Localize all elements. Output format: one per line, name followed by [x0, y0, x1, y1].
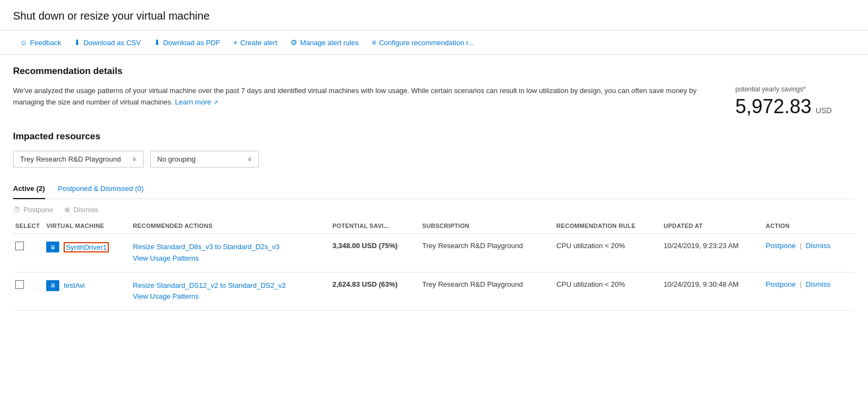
- row2-updated-cell: 10/24/2019, 9:30:48 AM: [664, 272, 766, 311]
- savings-currency: USD: [816, 106, 832, 115]
- create-alert-label: Create alert: [240, 39, 277, 47]
- row1-select: [13, 234, 46, 273]
- external-link-icon: ↗: [213, 99, 218, 106]
- row2-select: [13, 272, 46, 311]
- subscription-filter-chevron: ∨: [132, 156, 137, 163]
- tab-active[interactable]: Active (2): [13, 179, 45, 199]
- row2-resize-link[interactable]: Resize Standard_DS12_v2 to Standard_DS2_…: [133, 280, 326, 292]
- table-row: 🖥 SynthDriver1 Resize Standard_D8s_v3 to…: [13, 234, 855, 273]
- row2-dismiss-link[interactable]: Dismiss: [806, 280, 831, 288]
- grouping-filter[interactable]: No grouping ∨: [150, 151, 259, 168]
- row1-rule-cell: CPU utilization < 20%: [556, 234, 664, 273]
- manage-alert-icon: ⚙: [290, 38, 297, 47]
- download-csv-icon: ⬇: [74, 38, 80, 47]
- recommendation-description: We've analyzed the usage patterns of you…: [13, 85, 714, 108]
- row2-vm-icon: 🖥: [46, 280, 59, 291]
- impacted-title: Impacted resources: [13, 131, 855, 142]
- download-csv-label: Download as CSV: [83, 39, 141, 47]
- savings-amount: 5,972.83: [735, 95, 811, 118]
- col-header-subscription: SUBSCRIPTION: [422, 218, 556, 234]
- toolbar: ☺ Feedback ⬇ Download as CSV ⬇ Download …: [0, 30, 868, 55]
- row1-vm-name[interactable]: SynthDriver1: [64, 242, 109, 252]
- table-row: 🖥 testAvi Resize Standard_DS12_v2 to Sta…: [13, 272, 855, 311]
- description-text: We've analyzed the usage patterns of you…: [13, 87, 697, 106]
- tab-active-label: Active (2): [13, 184, 45, 193]
- row1-action-cell: Postpone | Dismiss: [766, 234, 855, 273]
- toolbar-create-alert[interactable]: + Create alert: [227, 35, 284, 50]
- configure-label: Configure recommendation r...: [379, 39, 474, 47]
- row2-vm-name[interactable]: testAvi: [64, 281, 85, 289]
- row2-action-cell: Postpone | Dismiss: [766, 272, 855, 311]
- col-header-updated: UPDATED AT: [664, 218, 766, 234]
- recommendation-body: We've analyzed the usage patterns of you…: [13, 85, 855, 118]
- download-pdf-label: Download as PDF: [163, 39, 220, 47]
- toolbar-download-csv[interactable]: ⬇ Download as CSV: [67, 35, 147, 50]
- manage-alert-label: Manage alert rules: [300, 39, 359, 47]
- row1-usage-link[interactable]: View Usage Patterns: [133, 253, 326, 264]
- row2-vm-cell: 🖥 testAvi: [46, 272, 133, 311]
- row2-vm-info: 🖥 testAvi: [46, 280, 126, 291]
- filters: Trey Research R&D Playground ∨ No groupi…: [13, 151, 855, 168]
- row2-checkbox[interactable]: [15, 280, 24, 289]
- grouping-filter-value: No grouping: [157, 155, 196, 163]
- col-header-actions: RECOMMENDED ACTIONS: [133, 218, 332, 234]
- dismiss-button[interactable]: ⊗ Dismiss: [64, 206, 98, 214]
- grouping-filter-chevron: ∨: [247, 156, 252, 163]
- row2-savings: 2,624.83 USD (63%): [332, 280, 398, 288]
- postpone-label: Postpone: [23, 206, 53, 214]
- row1-postpone-link[interactable]: Postpone: [766, 242, 796, 250]
- row1-resize-link[interactable]: Resize Standard_D8s_v3 to Standard_D2s_v…: [133, 242, 326, 253]
- row1-vm-icon: 🖥: [46, 242, 59, 252]
- tab-postponed-label: Postponed & Dismissed (0): [58, 184, 144, 193]
- row1-vm-cell: 🖥 SynthDriver1: [46, 234, 133, 273]
- savings-box: potential yearly savings* 5,972.83 USD: [735, 85, 855, 118]
- row1-dismiss-link[interactable]: Dismiss: [806, 242, 831, 250]
- postpone-icon: ⏱: [13, 206, 20, 214]
- row1-checkbox[interactable]: [15, 242, 24, 250]
- dismiss-label: Dismiss: [73, 206, 98, 214]
- recommendation-section: Recommendation details We've analyzed th…: [13, 66, 855, 118]
- row1-actions-cell: Resize Standard_D8s_v3 to Standard_D2s_v…: [133, 234, 332, 273]
- savings-label: potential yearly savings*: [735, 85, 855, 93]
- resources-table: SELECT VIRTUAL MACHINE RECOMMENDED ACTIO…: [13, 218, 855, 311]
- page-title: Shut down or resize your virtual machine: [0, 0, 868, 30]
- tabs-bar: Active (2) Postponed & Dismissed (0): [13, 178, 855, 199]
- subscription-filter-value: Trey Research R&D Playground: [20, 155, 121, 163]
- subscription-filter[interactable]: Trey Research R&D Playground ∨: [13, 151, 144, 168]
- row2-postpone-link[interactable]: Postpone: [766, 280, 796, 288]
- toolbar-manage-alert[interactable]: ⚙ Manage alert rules: [284, 35, 365, 50]
- download-pdf-icon: ⬇: [154, 38, 160, 47]
- row1-subscription-cell: Trey Research R&D Playground: [422, 234, 556, 273]
- row2-actions-cell: Resize Standard_DS12_v2 to Standard_DS2_…: [133, 272, 332, 311]
- table-header-row: SELECT VIRTUAL MACHINE RECOMMENDED ACTIO…: [13, 218, 855, 234]
- action-bar: ⏱ Postpone ⊗ Dismiss: [13, 199, 855, 214]
- row2-savings-cell: 2,624.83 USD (63%): [332, 272, 422, 311]
- row1-updated-cell: 10/24/2019, 9:23:23 AM: [664, 234, 766, 273]
- row2-rule-cell: CPU utilization < 20%: [556, 272, 664, 311]
- col-header-select: SELECT: [13, 218, 46, 234]
- row1-vm-info: 🖥 SynthDriver1: [46, 242, 126, 252]
- toolbar-download-pdf[interactable]: ⬇ Download as PDF: [147, 35, 227, 50]
- learn-more-link[interactable]: Learn more: [175, 98, 211, 106]
- main-content: Recommendation details We've analyzed th…: [0, 55, 868, 322]
- recommendation-title: Recommendation details: [13, 66, 855, 77]
- col-header-savings: POTENTIAL SAVI...: [332, 218, 422, 234]
- row1-savings-cell: 3,348.00 USD (75%): [332, 234, 422, 273]
- row2-usage-link[interactable]: View Usage Patterns: [133, 291, 326, 303]
- row1-savings: 3,348.00 USD (75%): [332, 242, 398, 250]
- col-header-rule: RECOMMENDATION RULE: [556, 218, 664, 234]
- configure-icon: ≡: [371, 38, 376, 47]
- create-alert-icon: +: [233, 38, 238, 47]
- tab-postponed[interactable]: Postponed & Dismissed (0): [58, 179, 144, 199]
- feedback-label: Feedback: [30, 39, 61, 47]
- toolbar-configure[interactable]: ≡ Configure recommendation r...: [365, 35, 480, 50]
- impacted-section: Impacted resources Trey Research R&D Pla…: [13, 131, 855, 311]
- toolbar-feedback[interactable]: ☺ Feedback: [13, 35, 67, 50]
- feedback-icon: ☺: [20, 38, 27, 47]
- savings-value: 5,972.83 USD: [735, 95, 855, 118]
- row2-action-separator: |: [800, 280, 804, 288]
- row1-action-separator: |: [800, 242, 804, 250]
- row2-subscription-cell: Trey Research R&D Playground: [422, 272, 556, 311]
- page: Shut down or resize your virtual machine…: [0, 0, 868, 395]
- postpone-button[interactable]: ⏱ Postpone: [13, 206, 53, 214]
